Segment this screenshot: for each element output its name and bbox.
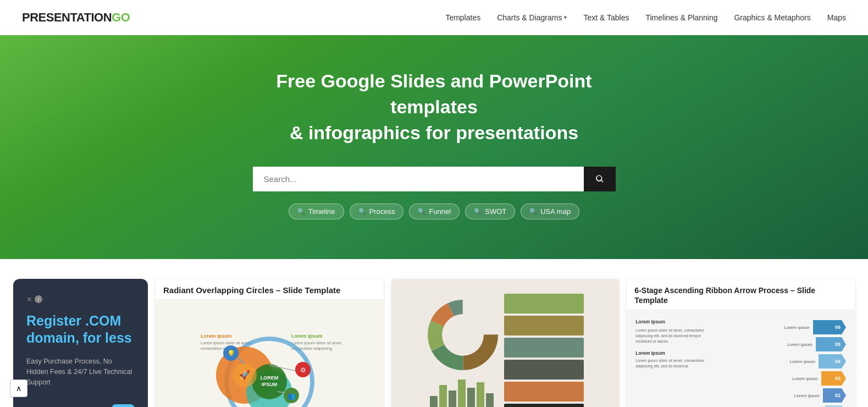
- tag-swot[interactable]: 🔍 SWOT: [465, 204, 515, 219]
- search-tags: 🔍 Timeline 🔍 Process 🔍 Funnel 🔍 SWOT 🔍 U…: [289, 204, 579, 219]
- tag-funnel[interactable]: 🔍 Funnel: [409, 204, 460, 219]
- info-icon[interactable]: i: [35, 295, 42, 303]
- svg-rect-36: [439, 385, 447, 407]
- nav-item-charts[interactable]: Charts & Diagrams ▾: [497, 13, 567, 22]
- svg-rect-39: [467, 388, 475, 407]
- tag-timeline[interactable]: 🔍 Timeline: [289, 204, 344, 219]
- search-icon-small-4: 🔍: [474, 208, 482, 215]
- svg-text:Lorem Ipsum: Lorem Ipsum: [291, 333, 323, 339]
- ad-title: Register .COM domain, for less: [26, 312, 135, 347]
- search-bar: [253, 167, 616, 191]
- search-icon: [595, 174, 605, 184]
- nav-item-graphics[interactable]: Graphics & Metaphors: [734, 13, 810, 22]
- logo-text-accent: GO: [112, 10, 130, 24]
- svg-text:💡: 💡: [227, 349, 235, 358]
- svg-rect-35: [430, 396, 438, 407]
- ad-subtitle: Easy Purchase Process, No Hidden Fees & …: [26, 356, 135, 393]
- svg-text:LOREM: LOREM: [261, 375, 279, 381]
- svg-text:Lorem Ipsum: Lorem Ipsum: [201, 333, 232, 339]
- close-icon[interactable]: ✕: [26, 295, 32, 304]
- tag-usa-map[interactable]: 🔍 USA map: [521, 204, 579, 219]
- svg-text:⚙: ⚙: [300, 366, 306, 374]
- svg-text:🚀: 🚀: [239, 370, 250, 380]
- cards-section: ✕ i Register .COM domain, for less Easy …: [0, 259, 868, 407]
- svg-rect-37: [449, 391, 456, 407]
- ad-card: ✕ i Register .COM domain, for less Easy …: [13, 279, 148, 407]
- card-chart[interactable]: NEW www.presentationgo.com: [391, 279, 620, 407]
- chevron-up-icon: ∧: [16, 384, 21, 393]
- nav-links: Templates Charts & Diagrams ▾ Text & Tab…: [445, 13, 846, 23]
- nav-item-templates[interactable]: Templates: [445, 13, 480, 22]
- hero-section: Free Google Slides and PowerPoint templa…: [0, 35, 868, 259]
- svg-text:👥: 👥: [288, 392, 296, 400]
- search-icon-small-3: 🔍: [418, 208, 425, 215]
- logo[interactable]: PRESENTATIONGO: [22, 10, 130, 25]
- nav-item-maps[interactable]: Maps: [827, 13, 846, 22]
- navbar: PRESENTATIONGO Templates Charts & Diagra…: [0, 0, 868, 35]
- nav-item-timelines[interactable]: Timelines & Planning: [645, 13, 717, 22]
- scroll-down-button[interactable]: ∧: [10, 380, 27, 397]
- svg-point-34: [442, 314, 484, 356]
- ad-arrow-button[interactable]: ›: [112, 404, 135, 407]
- circles-svg: Lorem Ipsum Lorem ipsum dolor sit amet c…: [184, 310, 355, 407]
- svg-text:IPSUM: IPSUM: [262, 382, 278, 387]
- search-icon-small-2: 🔍: [358, 208, 366, 215]
- card-ribbon[interactable]: 6-Stage Ascending Ribbon Arrow Process –…: [627, 279, 855, 407]
- card-image-ribbon: Lorem Ipsum Lorem ipsum dolor sit amet, …: [627, 310, 855, 407]
- svg-rect-40: [477, 382, 484, 407]
- card-image-circles: Lorem Ipsum Lorem ipsum dolor sit amet c…: [156, 300, 384, 407]
- svg-rect-38: [458, 380, 466, 407]
- chevron-down-icon: ▾: [564, 14, 567, 20]
- card-circles[interactable]: Radiant Overlapping Circles – Slide Temp…: [156, 279, 384, 407]
- logo-text-plain: PRESENTATION: [22, 10, 112, 24]
- search-icon-small-5: 🔍: [529, 208, 537, 215]
- search-input[interactable]: [253, 167, 584, 191]
- svg-text:Lorem ipsum dolor sit amet: Lorem ipsum dolor sit amet: [201, 340, 251, 345]
- svg-rect-41: [486, 393, 494, 407]
- hero-title: Free Google Slides and PowerPoint templa…: [236, 68, 632, 146]
- card-title-ribbon: 6-Stage Ascending Ribbon Arrow Process –…: [627, 279, 855, 310]
- search-icon-small: 🔍: [297, 208, 305, 215]
- card-image-chart: NEW www.presentationgo.com: [391, 279, 620, 407]
- tag-process[interactable]: 🔍 Process: [350, 204, 404, 219]
- donut-chart-svg: [427, 299, 499, 371]
- card-title-circles: Radiant Overlapping Circles – Slide Temp…: [156, 279, 384, 300]
- nav-item-text-tables[interactable]: Text & Tables: [583, 13, 629, 22]
- search-button[interactable]: [584, 167, 616, 191]
- svg-text:Lorem ipsum dolor sit amet: Lorem ipsum dolor sit amet: [291, 340, 341, 345]
- bar-chart-svg: [427, 374, 499, 407]
